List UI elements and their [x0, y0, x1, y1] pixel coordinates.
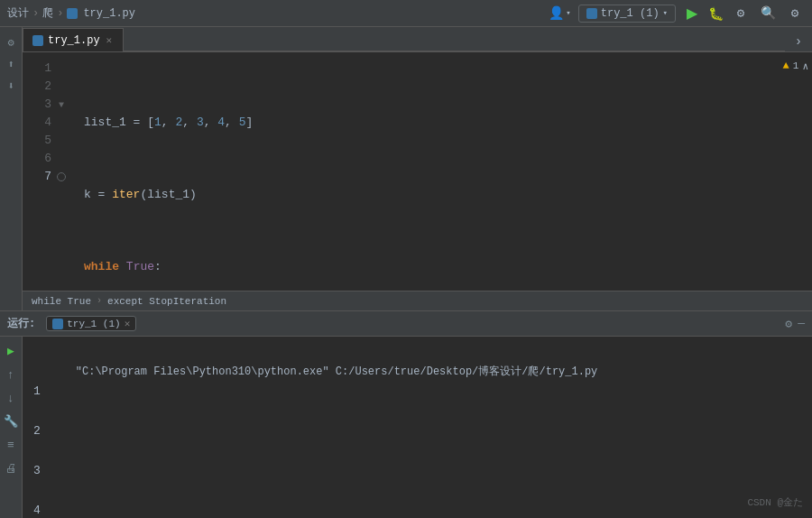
editor-container: ⚙ ⬆ ⬇ try_1.py ✕ › 1 2 3 4 5 6 7 — [0, 27, 812, 310]
top-toolbar: 设计 › 爬 › try_1.py 👤 ▾ try_1 (1) ▾ ▶ 🐛 ⚙ … — [0, 0, 812, 27]
tab-scroll-right[interactable]: › — [789, 32, 808, 51]
ln-7: 7 — [23, 168, 59, 186]
run-print-button[interactable]: 🖨 — [2, 459, 20, 477]
run-play-button[interactable]: ▶ — [2, 342, 20, 360]
run-tab[interactable]: try_1 (1) ✕ — [46, 316, 136, 331]
run-tab-label: try_1 (1) — [67, 319, 120, 329]
gutter-6 — [59, 150, 77, 168]
while-keyword: while — [84, 258, 119, 276]
ln-5: 5 — [23, 132, 59, 150]
tab-bar: try_1.py ✕ › — [23, 27, 812, 52]
warning-icon: ▲ — [783, 60, 789, 72]
gutter: ▼ — [59, 52, 77, 291]
watermark: CSDN @金た — [747, 495, 803, 509]
run-command-line: "C:\Program Files\Python310\python.exe" … — [76, 365, 597, 378]
ln-3: 3 — [23, 96, 59, 114]
run-panel-settings-icon[interactable]: ⚙ — [785, 317, 792, 331]
breadcrumb-sep1: › — [32, 7, 39, 20]
breadcrumb-sep2: › — [57, 7, 63, 20]
tab-try1[interactable]: try_1.py ✕ — [23, 28, 124, 51]
run-button[interactable]: ▶ — [683, 3, 701, 23]
output-line-1: 1 — [33, 382, 801, 402]
run-panel-right: ⚙ — — [785, 317, 805, 331]
ln-1: 1 — [23, 60, 59, 78]
tab-filename: try_1.py — [48, 34, 100, 47]
run-config-python-icon — [586, 8, 597, 19]
tab-python-icon — [32, 35, 43, 46]
status-except-stopiteration: except StopIteration — [107, 296, 226, 307]
gutter-3: ▼ — [59, 96, 77, 114]
warning-count: 1 — [793, 60, 799, 71]
gutter-4 — [59, 114, 77, 132]
tab-close-button[interactable]: ✕ — [105, 34, 115, 46]
ln-4: 4 — [23, 114, 59, 132]
run-config-chevron-icon: ▾ — [663, 8, 668, 18]
debug-button[interactable]: 🐛 — [708, 6, 724, 21]
breadcrumb-file[interactable]: try_1.py — [83, 7, 135, 20]
search-button[interactable]: 🔍 — [758, 4, 778, 23]
editor-main: try_1.py ✕ › 1 2 3 4 5 6 7 ▼ — [23, 27, 812, 310]
ln-6: 6 — [23, 150, 59, 168]
tab-empty-space — [124, 27, 785, 51]
editor-status-bar: while True › except StopIteration — [23, 291, 812, 310]
output-line-4: 4 — [33, 501, 801, 518]
output-line-3: 3 — [33, 461, 801, 481]
fold-arrow-3[interactable]: ▼ — [59, 100, 64, 110]
code-line-3: while True : — [84, 258, 812, 276]
gutter-5 — [59, 132, 77, 150]
run-config-label: try_1 (1) — [601, 7, 660, 20]
breadcrumb-crawl[interactable]: 爬 — [42, 5, 53, 21]
breadcrumb-python-icon — [67, 8, 78, 19]
left-panel: ⚙ ⬆ ⬇ — [0, 27, 23, 310]
ln-2: 2 — [23, 78, 59, 96]
output-line-2: 2 — [33, 421, 801, 441]
run-tab-python-icon — [52, 319, 63, 329]
profile-button[interactable]: ⚙ — [731, 4, 751, 23]
code-var-list1: list_1 — [84, 114, 126, 132]
line-numbers: 1 2 3 4 5 6 7 — [23, 52, 59, 291]
run-tool-button[interactable]: 🔧 — [2, 412, 20, 430]
run-down-button[interactable]: ↓ — [2, 389, 20, 407]
run-config-dropdown[interactable]: try_1 (1) ▾ — [578, 5, 676, 23]
run-panel-body: ▶ ↑ ↓ 🔧 ≡ 🖨 "C:\Program Files\Python310\… — [0, 337, 812, 518]
run-tab-close-button[interactable]: ✕ — [125, 318, 131, 329]
gutter-1 — [59, 60, 77, 78]
status-arrow-icon: › — [97, 296, 102, 306]
run-format-button[interactable]: ≡ — [2, 436, 20, 454]
run-panel: 运行: try_1 (1) ✕ ⚙ — ▶ ↑ ↓ 🔧 ≡ 🖨 "C:\Prog… — [0, 310, 812, 518]
left-icon-2[interactable]: ⬆ — [3, 56, 19, 72]
toolbar-right: 👤 ▾ try_1 (1) ▾ ▶ 🐛 ⚙ 🔍 ⚙ — [549, 3, 805, 23]
user-button[interactable]: 👤 ▾ — [549, 5, 570, 21]
left-icon-1[interactable]: ⚙ — [3, 34, 19, 51]
user-chevron-icon: ▾ — [566, 8, 570, 18]
breadcrumb: 设计 › 爬 › try_1.py — [7, 5, 543, 21]
left-icon-3[interactable]: ⬇ — [3, 78, 19, 94]
run-label: 运行: — [7, 316, 35, 331]
breakpoint-7 — [57, 172, 66, 181]
gutter-7 — [59, 168, 77, 186]
run-panel-header: 运行: try_1 (1) ✕ ⚙ — — [0, 311, 812, 337]
run-left-buttons: ▶ ↑ ↓ 🔧 ≡ 🖨 — [0, 337, 23, 518]
run-panel-close-icon[interactable]: — — [798, 317, 805, 330]
warning-bar: ▲ 1 ∧ — [783, 60, 812, 72]
run-output: "C:\Program Files\Python310\python.exe" … — [23, 337, 812, 518]
settings-button[interactable]: ⚙ — [785, 4, 805, 23]
code-area[interactable]: 1 2 3 4 5 6 7 ▼ — [23, 52, 812, 291]
code-line-1: list_1 = [ 1 , 2 , 3 , 4 , 5 ] — [84, 114, 812, 132]
warning-up-icon[interactable]: ∧ — [802, 60, 808, 72]
run-up-button[interactable]: ↑ — [2, 365, 20, 384]
code-line-2: k = iter ( list_1 ) — [84, 186, 812, 204]
code-content[interactable]: list_1 = [ 1 , 2 , 3 , 4 , 5 ] k = — [77, 52, 812, 291]
status-while-true: while True — [32, 296, 91, 307]
user-icon: 👤 — [549, 5, 564, 21]
breadcrumb-design[interactable]: 设计 — [7, 5, 29, 21]
gutter-2 — [59, 78, 77, 96]
